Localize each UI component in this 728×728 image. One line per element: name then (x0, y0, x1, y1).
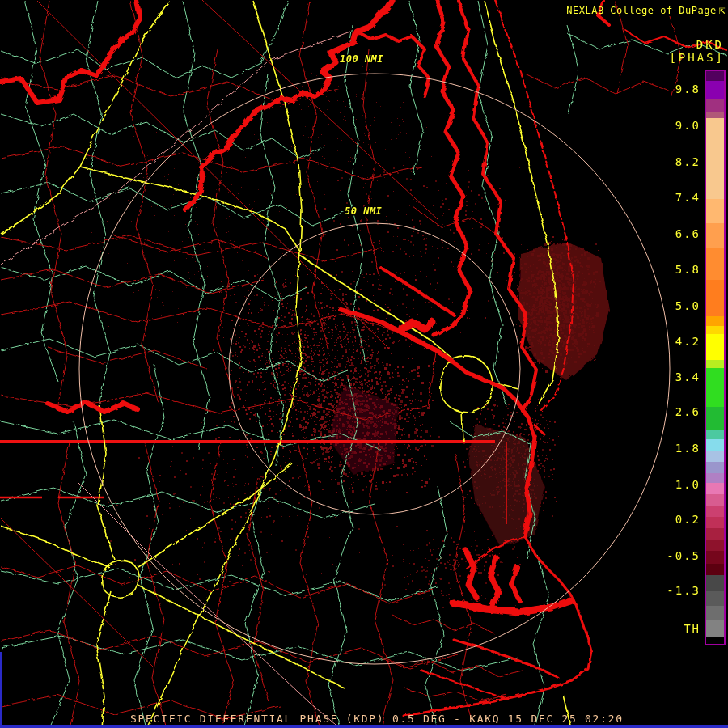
colorbar-tick: -0.5 (644, 549, 700, 562)
colorbar-segment (706, 223, 724, 248)
colorbar-tick: 5.8 (644, 263, 700, 276)
colorbar-segment (706, 316, 724, 326)
colorbar-segment (706, 81, 724, 99)
colorbar-tick: 4.2 (644, 335, 700, 348)
colorbar-tick: 7.4 (644, 191, 700, 204)
colorbar-tick: 2.6 (644, 405, 700, 418)
colorbar-tick: 0.2 (644, 513, 700, 526)
colorbar-segment (706, 575, 724, 591)
status-bar: SPECIFIC DIFFERENTIAL PHASE (KDP) 0.5 DE… (130, 713, 624, 725)
colorbar-tick: 1.0 (644, 478, 700, 491)
colorbar-segment (706, 407, 724, 430)
colorbar-tick: -1.3 (644, 584, 700, 597)
colorbar-segment (706, 334, 724, 360)
colorbar-segment (706, 517, 724, 528)
colorbar-segment (706, 473, 724, 483)
colorbar-tick-labels: 9.89.08.27.46.65.85.04.23.42.61.81.00.2-… (644, 0, 700, 728)
colorbar-segment (706, 591, 724, 606)
range-ring-label: 50 NMI (345, 205, 382, 217)
colorbar-tick: 9.8 (644, 83, 700, 95)
colorbar-segment (706, 637, 724, 644)
colorbar-segment (706, 483, 724, 494)
colorbar-tick: 9.0 (644, 119, 700, 132)
nw-corner-arrow-icon: ⇱ (719, 6, 726, 15)
colorbar-segment (706, 199, 724, 223)
colorbar-segment (706, 118, 724, 199)
colorbar-segment (706, 248, 724, 280)
colorbar-segment (706, 112, 724, 118)
colorbar-segment (706, 540, 724, 551)
colorbar-segment (706, 71, 724, 81)
colorbar-segment (706, 280, 724, 316)
colorbar-segment (706, 606, 724, 620)
colorbar-segment (706, 551, 724, 564)
colorbar-tick: 1.8 (644, 442, 700, 455)
colorbar-tick: 8.2 (644, 155, 700, 168)
radar-product-screen: NEXLAB-College of DuPage ⇱ DKD [PHAS] 9.… (0, 0, 728, 728)
colorbar-segment (706, 620, 724, 637)
range-ring-label: 100 NMI (340, 53, 383, 65)
colorbar-segment (706, 462, 724, 473)
colorbar-tick: 5.0 (644, 299, 700, 312)
radar-echo-speckles (93, 124, 319, 310)
colorbar-segment (706, 451, 724, 462)
colorbar-segment (706, 494, 724, 506)
colorbar-segment (706, 326, 724, 334)
colorbar (705, 70, 726, 645)
colorbar-segment (706, 368, 724, 407)
colorbar-segment (706, 439, 724, 451)
colorbar-segment (706, 360, 724, 368)
colorbar-segment (706, 99, 724, 112)
radar-map (0, 0, 728, 728)
state-border-lines (0, 442, 506, 524)
colorbar-tick: 3.4 (644, 370, 700, 383)
colorbar-segment (706, 506, 724, 517)
colorbar-segment (706, 564, 724, 575)
colorbar-segment (706, 430, 724, 439)
colorbar-tick: 6.6 (644, 227, 700, 240)
colorbar-segment (706, 528, 724, 540)
colorbar-tick: TH (644, 622, 700, 635)
